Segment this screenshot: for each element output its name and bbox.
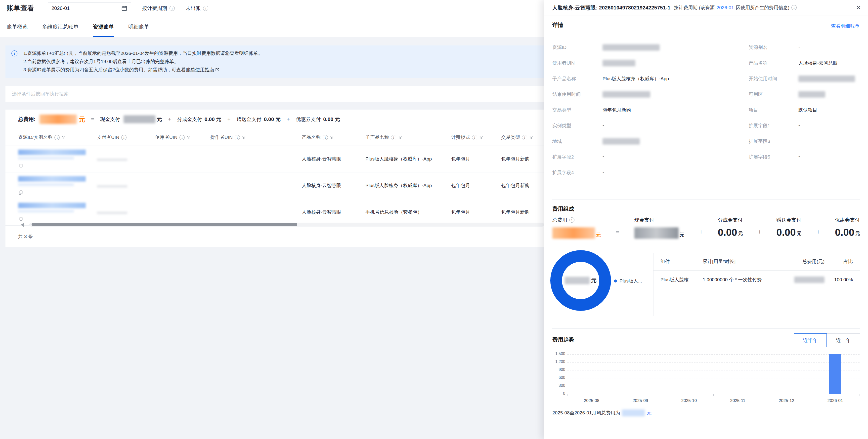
- field-value: 包年包月新购: [602, 107, 631, 113]
- scroll-left-arrow[interactable]: [21, 223, 24, 227]
- x-axis-label: 2025-09: [632, 398, 648, 403]
- period-info-icon[interactable]: i: [169, 6, 175, 11]
- billing-status-label: 未出账: [186, 5, 200, 12]
- segment-label: 分成金支付: [718, 217, 743, 223]
- detail-field-子产品名称: 子产品名称Plus版人脸核身（权威库）-App: [552, 75, 741, 91]
- plus-sign: +: [699, 228, 703, 236]
- detail-field-地域: 地域: [552, 138, 741, 154]
- x-axis-label: 2026-01: [828, 398, 843, 403]
- field-value-redacted: [602, 60, 636, 66]
- field-value: 人脸核身-云智慧眼: [798, 60, 838, 66]
- billing-month-picker[interactable]: 2026-01: [48, 2, 131, 14]
- trend-bar-2026-01[interactable]: [829, 354, 841, 394]
- trend-heading: 费用趋势: [552, 336, 574, 343]
- billing-month-value: 2026-01: [52, 5, 70, 11]
- column-label: 操作者UIN: [210, 134, 232, 140]
- horizontal-scrollbar-thumb[interactable]: [32, 223, 297, 226]
- filter-icon[interactable]: [330, 135, 334, 139]
- filter-icon[interactable]: [479, 135, 483, 139]
- period-link[interactable]: 2026-01: [717, 5, 734, 10]
- info-icon[interactable]: i: [391, 135, 396, 140]
- filter-icon[interactable]: [242, 135, 246, 139]
- panel-info-icon[interactable]: i: [792, 5, 797, 10]
- billing-console: 账单查看 2026-01 按计费周期 i 未出账 i 账单概览多维度汇总账单资源…: [0, 0, 868, 439]
- info-icon[interactable]: i: [121, 135, 126, 140]
- info-icon[interactable]: i: [235, 135, 240, 140]
- cost-heading: 费用组成: [552, 205, 574, 213]
- detail-field-开始使用时间: 开始使用时间: [749, 75, 861, 91]
- detail-field-使用者UIN: 使用者UIN: [552, 60, 741, 75]
- filter-icon[interactable]: [529, 135, 533, 139]
- calendar-icon: [121, 5, 127, 11]
- segment-unit: 元: [335, 116, 340, 123]
- column-header-资源ID/实例名称: 资源ID/实例名称i: [18, 134, 97, 140]
- copy-icon[interactable]: [18, 163, 23, 168]
- info-icon[interactable]: i: [55, 135, 60, 140]
- status-info-icon[interactable]: i: [203, 6, 208, 11]
- info-icon[interactable]: i: [323, 135, 328, 140]
- external-link-icon: [215, 68, 219, 72]
- range-button-近半年[interactable]: 近半年: [794, 334, 827, 347]
- cash-label: 现金支付: [100, 116, 120, 123]
- section-divider: [552, 199, 860, 199]
- component-table: 组件 累计[用量*时长] 总费用(元) 占比 Plus版人脸核... 1.000…: [653, 253, 860, 316]
- equals-sign: =: [91, 116, 94, 123]
- tab-资源账单[interactable]: 资源账单: [93, 17, 114, 37]
- notice-line-1: 1.资源账单T+1汇总出具，当前展示的是您截至2026-01-04发生的资源费用…: [23, 49, 263, 57]
- total-info-icon[interactable]: i: [569, 217, 575, 223]
- segment-unit: 元: [738, 230, 743, 237]
- tab-明细账单[interactable]: 明细账单: [128, 17, 149, 37]
- column-label: 计费模式: [451, 134, 470, 140]
- product-cell: 人脸核身-云智慧眼: [302, 209, 365, 215]
- resource-id-redacted: [18, 176, 86, 182]
- payer-uin-cell: [97, 210, 155, 214]
- copy-icon[interactable]: [18, 190, 23, 195]
- filter-icon[interactable]: [187, 135, 191, 139]
- plus-sign: +: [168, 116, 171, 123]
- detail-field-项目: 项目默认项目: [749, 107, 861, 123]
- tab-账单概览[interactable]: 账单概览: [7, 17, 28, 37]
- formula-cash: 现金支付 元: [634, 217, 684, 239]
- close-icon[interactable]: ✕: [856, 5, 861, 11]
- payer-uin-cell: [97, 157, 155, 161]
- bill-guide-link[interactable]: 账单使用指南: [186, 67, 214, 72]
- resource-id-cell[interactable]: [18, 203, 97, 222]
- info-icon[interactable]: i: [522, 135, 527, 140]
- x-axis-tick: [811, 394, 811, 396]
- tab-多维度汇总账单[interactable]: 多维度汇总账单: [42, 17, 79, 37]
- resource-id-cell[interactable]: [18, 150, 97, 168]
- segment-unit: 元: [855, 230, 860, 237]
- filter-icon[interactable]: [398, 135, 402, 139]
- x-axis-tick: [860, 394, 860, 396]
- field-label: 子产品名称: [552, 75, 602, 82]
- field-label: 扩展字段3: [749, 138, 798, 145]
- panel-title: 人脸核身-云智慧眼: 20260104978021924225751-1: [552, 4, 671, 11]
- segment-label: 赠送金支付: [237, 116, 261, 123]
- billing-mode-cell: 包年包月: [451, 182, 501, 189]
- table-row: 人脸核身-云智慧眼Plus版人脸核身（权威库）-App包年包月包年包月新购: [5, 173, 627, 199]
- info-icon[interactable]: i: [472, 135, 477, 140]
- range-button-近一年[interactable]: 近一年: [827, 334, 860, 347]
- trend-footer: 2025-08至2026-01月均总费用为 元: [552, 409, 651, 416]
- view-detail-bill-link[interactable]: 查看明细账单: [831, 23, 860, 29]
- detail-field-结束使用时间: 结束使用时间: [552, 91, 741, 107]
- field-value-redacted: [602, 44, 660, 51]
- sub-product-cell: Plus版人脸核身（权威库）-App: [365, 156, 451, 162]
- x-axis-tick: [713, 394, 714, 396]
- total-label: 总费用:: [18, 116, 35, 123]
- field-label: 可用区: [749, 91, 798, 98]
- donut-legend: Plus版人...: [614, 278, 642, 284]
- info-icon[interactable]: i: [180, 135, 185, 140]
- x-axis-label: 2025-10: [681, 398, 697, 403]
- field-label: 开始使用时间: [749, 75, 798, 82]
- formula-segment: 赠送金支付0.00元: [776, 217, 801, 239]
- average-cost-redacted: [622, 409, 645, 416]
- copy-icon[interactable]: [18, 217, 23, 222]
- segment-value: 0.00: [323, 116, 333, 122]
- resource-id-cell[interactable]: [18, 176, 97, 195]
- field-value: 默认项目: [798, 107, 817, 113]
- detail-field-扩展字段5: 扩展字段5-: [749, 154, 861, 169]
- detail-field-扩展字段1: 扩展字段1-: [749, 123, 861, 138]
- filter-icon[interactable]: [62, 135, 66, 139]
- sub-product-cell: 手机号信息核验（套餐包）: [365, 209, 451, 215]
